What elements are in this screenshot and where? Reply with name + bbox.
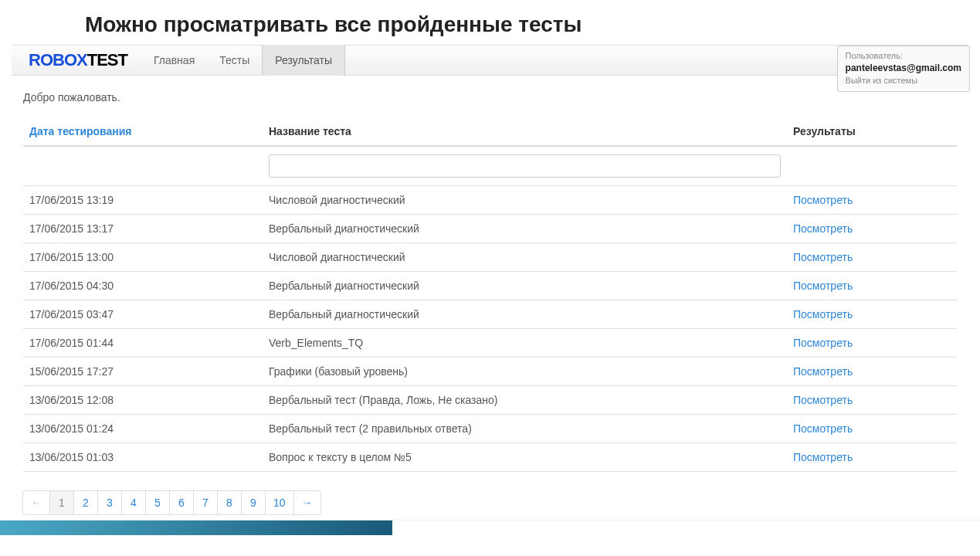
cell-name: Вербальный тест (2 правильных ответа) (263, 415, 787, 443)
slide-title: Можно просматривать все пройденные тесты (0, 0, 980, 45)
page-10[interactable]: 10 (265, 490, 294, 515)
cell-date: 17/06/2015 03:47 (23, 300, 263, 329)
table-row: 17/06/2015 13:17Вербальный диагностическ… (23, 215, 957, 243)
cell-name: Числовой диагностический (263, 186, 787, 215)
table-row: 13/06/2015 12:08Вербальный тест (Правда,… (23, 386, 957, 415)
page-2[interactable]: 2 (73, 490, 98, 515)
table-row: 13/06/2015 01:03Вопрос к тексту в целом … (23, 443, 957, 472)
footer-decoration (0, 520, 980, 535)
page-4[interactable]: 4 (121, 490, 146, 515)
page-5[interactable]: 5 (145, 490, 170, 515)
cell-name: Вербальный тест (Правда, Ложь, Не сказан… (263, 386, 787, 415)
cell-date: 13/06/2015 01:24 (23, 415, 263, 443)
view-link[interactable]: Посмотреть (793, 422, 853, 435)
view-link[interactable]: Посмотреть (793, 251, 853, 263)
cell-name: Графики (базовый уровень) (263, 358, 787, 386)
results-table: Дата тестирования Название теста Результ… (23, 117, 957, 472)
logo-part1: ROBOX (29, 50, 87, 70)
cell-name: Вербальный диагностический (263, 215, 787, 243)
page-6[interactable]: 6 (169, 490, 194, 515)
nav-item-0[interactable]: Главная (141, 45, 207, 76)
cell-date: 13/06/2015 01:03 (23, 443, 263, 472)
user-email: panteleevstas@gmail.com (846, 62, 961, 75)
cell-date: 13/06/2015 12:08 (23, 386, 263, 415)
table-row: 17/06/2015 04:30Вербальный диагностическ… (23, 272, 957, 300)
column-header-results: Результаты (787, 117, 957, 146)
page-3[interactable]: 3 (97, 490, 122, 515)
cell-name: Числовой диагностический (263, 243, 787, 272)
content: Добро пожаловать. Дата тестирования Назв… (0, 76, 980, 480)
column-header-date[interactable]: Дата тестирования (23, 117, 263, 146)
logout-link[interactable]: Выйти из системы (846, 75, 961, 86)
cell-name: Verb_Elements_TQ (263, 329, 787, 358)
cell-name: Вербальный диагностический (263, 272, 787, 300)
view-link[interactable]: Посмотреть (793, 337, 853, 349)
logo[interactable]: ROBOXTEST (29, 50, 127, 70)
table-row: 13/06/2015 01:24Вербальный тест (2 прави… (23, 415, 957, 443)
cell-date: 17/06/2015 04:30 (23, 272, 263, 300)
page-next[interactable]: → (293, 490, 321, 515)
logo-part2: TEST (87, 50, 127, 70)
column-header-name: Название теста (263, 117, 787, 146)
table-row: 17/06/2015 01:44Verb_Elements_TQПосмотре… (23, 329, 957, 358)
nav-item-1[interactable]: Тесты (207, 45, 262, 76)
navbar: ROBOXTEST ГлавнаяТестыРезультаты Пользов… (12, 45, 968, 76)
filter-row (23, 146, 957, 186)
pagination: ←12345678910→ (23, 490, 980, 515)
table-row: 15/06/2015 17:27Графики (базовый уровень… (23, 358, 957, 386)
table-row: 17/06/2015 13:00Числовой диагностический… (23, 243, 957, 272)
table-row: 17/06/2015 13:19Числовой диагностический… (23, 186, 957, 215)
user-box: Пользователь: panteleevstas@gmail.com Вы… (837, 46, 970, 92)
nav-item-2[interactable]: Результаты (262, 45, 345, 76)
view-link[interactable]: Посмотреть (793, 451, 853, 463)
welcome-text: Добро пожаловать. (23, 91, 957, 103)
page-prev: ← (22, 490, 50, 515)
view-link[interactable]: Посмотреть (793, 394, 853, 406)
cell-date: 17/06/2015 13:19 (23, 186, 263, 215)
name-filter-input[interactable] (269, 154, 781, 178)
user-label: Пользователь: (846, 50, 961, 62)
cell-date: 15/06/2015 17:27 (23, 358, 263, 386)
cell-date: 17/06/2015 13:17 (23, 215, 263, 243)
table-row: 17/06/2015 03:47Вербальный диагностическ… (23, 300, 957, 329)
view-link[interactable]: Посмотреть (793, 308, 853, 320)
view-link[interactable]: Посмотреть (793, 365, 853, 378)
page-7[interactable]: 7 (193, 490, 218, 515)
view-link[interactable]: Посмотреть (793, 280, 853, 292)
page-8[interactable]: 8 (217, 490, 242, 515)
cell-name: Вопрос к тексту в целом №5 (263, 443, 787, 472)
view-link[interactable]: Посмотреть (793, 194, 853, 206)
view-link[interactable]: Посмотреть (793, 222, 853, 235)
cell-date: 17/06/2015 13:00 (23, 243, 263, 272)
page-1: 1 (49, 490, 74, 515)
cell-date: 17/06/2015 01:44 (23, 329, 263, 358)
page-9[interactable]: 9 (241, 490, 266, 515)
cell-name: Вербальный диагностический (263, 300, 787, 329)
